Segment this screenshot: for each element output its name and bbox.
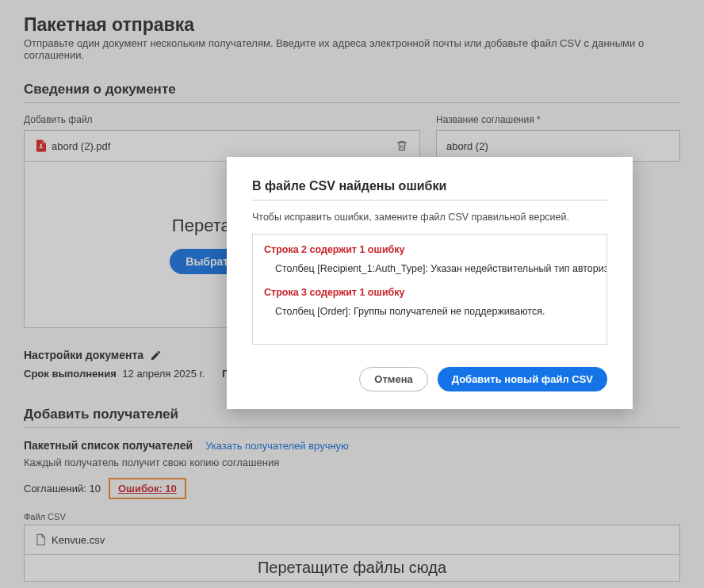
- error-row-head: Строка 2 содержит 1 ошибку: [264, 244, 595, 255]
- csv-errors-modal: В файле CSV найдены ошибки Чтобы исправи…: [227, 157, 633, 409]
- error-row-head: Строка 3 содержит 1 ошибку: [264, 287, 595, 298]
- modal-title: В файле CSV найдены ошибки: [252, 179, 607, 193]
- error-row-body: Столбец [Order]: Группы получателей не п…: [275, 306, 595, 317]
- modal-desc: Чтобы исправить ошибки, замените файл CS…: [252, 212, 607, 223]
- divider: [252, 200, 607, 200]
- error-list[interactable]: Строка 2 содержит 1 ошибку Столбец [Reci…: [252, 234, 607, 345]
- cancel-button[interactable]: Отмена: [359, 367, 427, 391]
- error-row-body: Столбец [Recipient_1:Auth_Type]: Указан …: [275, 263, 595, 274]
- add-new-csv-button[interactable]: Добавить новый файл CSV: [438, 367, 607, 391]
